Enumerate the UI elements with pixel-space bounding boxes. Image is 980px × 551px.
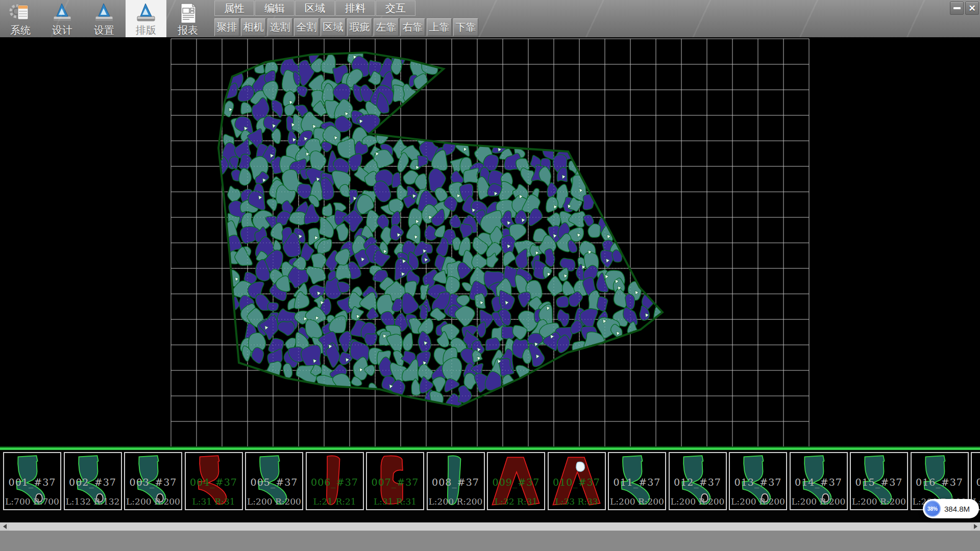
- piece-shape-preview: [610, 454, 664, 508]
- tool-button-9[interactable]: 上靠: [427, 18, 452, 36]
- piece-thumbnail-strip: 001_#37L:700 R:700002_#37L:132 R:132003_…: [0, 450, 980, 522]
- tool-button-1[interactable]: 聚排: [214, 18, 239, 36]
- piece-thumbnail-11[interactable]: 011_#37L:200 R:200: [608, 452, 666, 510]
- minimize-icon: [953, 7, 961, 9]
- progress-circle: 38%: [924, 500, 941, 517]
- toolbar-button-1[interactable]: 系统: [0, 0, 41, 37]
- menu-tab-3[interactable]: 区域: [295, 1, 335, 16]
- minimize-button[interactable]: [950, 2, 964, 15]
- piece-shape-preview: [731, 454, 785, 508]
- tool-button-10[interactable]: 下靠: [453, 18, 478, 36]
- piece-shape-preview: [247, 454, 301, 508]
- piece-shape-preview: [308, 454, 362, 508]
- set-square-icon: [134, 2, 158, 24]
- piece-shape-preview: [126, 454, 180, 508]
- toolbar-button-label: 系统: [10, 24, 31, 36]
- menu-tab-bar: 属性编辑区域排料交互: [214, 1, 416, 17]
- tool-button-3[interactable]: 选割: [267, 18, 292, 36]
- tool-button-row: 聚排相机选割全割区域瑕疵左靠右靠上靠下靠: [214, 18, 478, 36]
- toolbar-button-label: 设置: [94, 24, 114, 36]
- toolbar-button-4[interactable]: 排版: [126, 0, 166, 37]
- piece-thumbnail-15[interactable]: 015_#37L:200 R:200: [850, 452, 908, 510]
- nested-layout-drawing: [0, 37, 980, 446]
- strip-separator: [0, 446, 980, 450]
- report-doc-icon: [176, 2, 200, 24]
- tool-button-6[interactable]: 瑕疵: [347, 18, 372, 36]
- piece-thumbnail-3[interactable]: 003_#37L:200 R:200: [124, 452, 182, 510]
- chevron-left-icon: [3, 524, 7, 529]
- piece-shape-preview: [66, 454, 120, 508]
- table: [18, 5, 28, 19]
- piece-shape-preview: [368, 454, 422, 508]
- nesting-canvas[interactable]: [0, 37, 980, 446]
- piece-thumbnail-12[interactable]: 012_#37L:200 R:200: [669, 452, 727, 510]
- menu-tab-2[interactable]: 编辑: [255, 1, 295, 16]
- piece-shape-preview: [5, 454, 59, 508]
- close-icon: ✕: [968, 4, 975, 13]
- piece-shape-preview: [671, 454, 725, 508]
- tool-button-8[interactable]: 右靠: [400, 18, 425, 36]
- piece-shape-preview: [852, 454, 906, 508]
- application-window: 系统设计设置排版报表 属性编辑区域排料交互 聚排相机选割全割区域瑕疵左靠右靠上靠…: [0, 0, 980, 551]
- scroll-left-button[interactable]: [0, 522, 9, 531]
- tool-button-5[interactable]: 区域: [321, 18, 346, 36]
- piece-shape-preview: [792, 454, 846, 508]
- toolbar-button-label: 设计: [52, 24, 72, 36]
- menu-tab-1[interactable]: 属性: [214, 1, 254, 16]
- piece-shape-preview: [489, 454, 543, 508]
- progress-badge: 38% 384.8M: [923, 499, 979, 518]
- toolbar-button-3[interactable]: 设置: [84, 0, 125, 37]
- piece-thumbnail-5[interactable]: 005_#37L:200 R:200: [245, 452, 303, 510]
- piece-thumbnail-8[interactable]: 008_#37L:200 R:200: [427, 452, 485, 510]
- set-square-icon: [51, 2, 74, 24]
- status-bar: [0, 531, 980, 551]
- tool-button-2[interactable]: 相机: [241, 18, 266, 36]
- tool-button-7[interactable]: 左靠: [374, 18, 399, 36]
- piece-thumbnail-2[interactable]: 002_#37L:132 R:132: [64, 452, 122, 510]
- set-square-icon: [92, 2, 116, 24]
- piece-thumbnail-7[interactable]: 007_#37L:31 R:31: [366, 452, 424, 510]
- toolbar-button-label: 报表: [178, 24, 198, 36]
- piece-thumbnail-1[interactable]: 001_#37L:700 R:700: [3, 452, 61, 510]
- horizontal-scrollbar[interactable]: [0, 522, 980, 531]
- system-gear-icon: [9, 2, 32, 24]
- toolbar-button-2[interactable]: 设计: [42, 0, 83, 37]
- menu-tab-5[interactable]: 交互: [376, 1, 415, 16]
- piece-thumbnail-6[interactable]: 006_#37L:21 R:21: [306, 452, 364, 510]
- piece-thumbnail-13[interactable]: 013_#37L:200 R:200: [729, 452, 787, 510]
- toolbar-button-label: 排版: [136, 24, 156, 36]
- main-toolbar: 系统设计设置排版报表 属性编辑区域排料交互 聚排相机选割全割区域瑕疵左靠右靠上靠…: [0, 0, 980, 38]
- piece-shape-preview: [187, 454, 241, 508]
- menu-tab-4[interactable]: 排料: [335, 1, 375, 16]
- scroll-right-button[interactable]: [971, 522, 980, 531]
- piece-thumbnail-14[interactable]: 014_#37L:200 R:200: [790, 452, 848, 510]
- chevron-right-icon: [974, 524, 977, 529]
- close-button[interactable]: ✕: [965, 2, 979, 15]
- memory-usage-label: 384.8M: [944, 505, 970, 513]
- piece-thumbnail-9[interactable]: 009_#37L:32 R:31: [487, 452, 545, 510]
- piece-shape-preview: [550, 454, 604, 508]
- tool-button-4[interactable]: 全割: [294, 18, 319, 36]
- piece-thumbnail-4[interactable]: 004_#37L:31 R:31: [185, 452, 243, 510]
- piece-thumbnail-10[interactable]: 010_#37L:33 R:33: [548, 452, 606, 510]
- piece-shape-preview: [429, 454, 483, 508]
- toolbar-button-5[interactable]: 报表: [167, 0, 208, 37]
